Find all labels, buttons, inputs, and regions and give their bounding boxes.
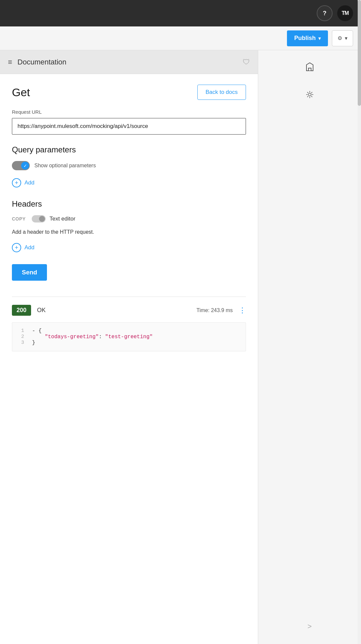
- right-panel-home-icon-btn[interactable]: [301, 58, 318, 75]
- code-line-2: 2 "todays-greeting": "test-greeting": [12, 334, 246, 340]
- status-text: OK: [37, 307, 46, 314]
- help-icon-btn[interactable]: ?: [317, 5, 333, 21]
- toggle-knob: ✓: [21, 162, 29, 170]
- text-editor-toggle[interactable]: [32, 215, 46, 222]
- query-params-title: Query parameters: [12, 145, 246, 154]
- method-label: Get: [12, 86, 30, 99]
- building-icon: [304, 61, 315, 72]
- line-number-3: 3: [12, 340, 29, 346]
- svg-point-0: [308, 93, 311, 96]
- header-hint-text: Add a header to the HTTP request.: [12, 229, 246, 235]
- headers-add-button[interactable]: + Add: [12, 243, 246, 252]
- hamburger-icon[interactable]: ≡: [8, 58, 12, 66]
- chevron-right-icon[interactable]: >: [307, 622, 312, 631]
- get-header: Get Back to docs: [12, 85, 246, 100]
- scrollbar-track[interactable]: [358, 0, 361, 644]
- line-number-1: 1: [12, 328, 29, 334]
- response-status-bar: 200 OK Time: 243.9 ms ⋮: [12, 305, 246, 316]
- code-content-3: }: [29, 340, 246, 346]
- add-label: Add: [24, 180, 34, 186]
- doc-header: ≡ Documentation 🛡: [0, 50, 258, 74]
- toggle-label: Show optional parameters: [34, 163, 96, 169]
- code-content-2: "todays-greeting": "test-greeting": [29, 334, 246, 340]
- publish-button[interactable]: Publish ▾: [287, 30, 328, 46]
- toggle-check-icon: ✓: [23, 163, 27, 168]
- right-panel: >: [258, 50, 361, 644]
- request-url-label: Request URL: [12, 109, 246, 115]
- headers-title: Headers: [12, 199, 246, 209]
- request-url-input[interactable]: [18, 123, 240, 130]
- code-line-3: 3 }: [12, 340, 246, 346]
- settings-button[interactable]: ⚙ ▾: [332, 30, 353, 46]
- back-to-docs-button[interactable]: Back to docs: [197, 85, 246, 100]
- headers-section: Headers COPY Text editor Add a header to…: [12, 199, 246, 252]
- right-panel-settings-icon-btn[interactable]: [301, 86, 318, 103]
- send-button[interactable]: Send: [12, 264, 47, 281]
- text-editor-label: Text editor: [50, 216, 75, 222]
- response-code-block: 1 - { 2 "todays-greeting": "test-greetin…: [12, 322, 246, 351]
- gear-icon: [304, 89, 315, 100]
- line-number-2: 2: [12, 334, 29, 340]
- toggle-knob-small: [39, 216, 45, 222]
- text-editor-toggle-row: Text editor: [32, 215, 75, 222]
- publish-chevron-icon: ▾: [318, 36, 321, 41]
- avatar-btn[interactable]: TM: [337, 5, 353, 21]
- url-input-wrapper: [12, 118, 246, 135]
- code-key: "todays-greeting": [45, 334, 99, 340]
- add-circle-headers-icon: +: [12, 243, 21, 252]
- code-line-1: 1 - {: [12, 328, 246, 334]
- more-options-button[interactable]: ⋮: [239, 306, 246, 315]
- top-bar: ? TM: [0, 0, 361, 26]
- code-content-1: - {: [29, 328, 246, 334]
- response-section: 200 OK Time: 243.9 ms ⋮ 1 - { 2 "todays-…: [12, 297, 246, 351]
- request-url-section: Request URL: [12, 109, 246, 135]
- documentation-title: Documentation: [18, 58, 66, 66]
- add-circle-icon: +: [12, 178, 21, 187]
- status-badge: 200: [12, 305, 31, 316]
- scrollbar-thumb[interactable]: [358, 0, 361, 106]
- content-area: Get Back to docs Request URL Query param…: [0, 74, 258, 644]
- headers-toolbar: COPY Text editor: [12, 215, 246, 222]
- query-params-add-button[interactable]: + Add: [12, 178, 246, 187]
- code-val: "test-greeting": [105, 334, 153, 340]
- headers-add-label: Add: [24, 244, 34, 251]
- settings-gear-icon: ⚙: [338, 35, 342, 41]
- show-optional-toggle-row: ✓ Show optional parameters: [12, 161, 246, 170]
- copy-button[interactable]: COPY: [12, 216, 26, 221]
- settings-chevron-icon: ▾: [345, 35, 347, 41]
- query-params-section: Query parameters ✓ Show optional paramet…: [12, 145, 246, 187]
- shield-icon: 🛡: [243, 58, 250, 66]
- show-optional-toggle[interactable]: ✓: [12, 161, 30, 170]
- main-layout: ≡ Documentation 🛡 Get Back to docs Reque…: [0, 50, 361, 644]
- response-time: Time: 243.9 ms: [196, 307, 233, 313]
- toolbar: Publish ▾ ⚙ ▾: [0, 26, 361, 50]
- left-panel: ≡ Documentation 🛡 Get Back to docs Reque…: [0, 50, 258, 644]
